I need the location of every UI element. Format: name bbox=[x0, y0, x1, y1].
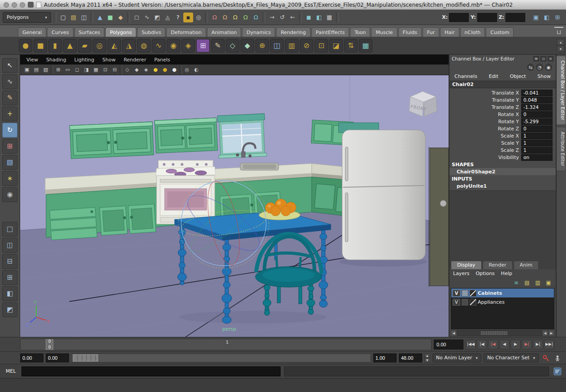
channel-attribute-value[interactable]: 1 bbox=[521, 133, 553, 139]
channel-settings-icon[interactable]: ◉ bbox=[545, 64, 552, 71]
channel-attribute-value[interactable]: on bbox=[521, 154, 553, 161]
shelf-tab[interactable]: nCloth bbox=[460, 27, 485, 37]
two-pane-stacked-layout-icon[interactable]: ⊟ bbox=[2, 254, 17, 269]
input-connections-icon[interactable]: → bbox=[267, 13, 277, 22]
select-mask-deformations-icon[interactable]: ◬ bbox=[163, 13, 173, 22]
smooth-shade-display-icon[interactable]: ◆ bbox=[132, 65, 141, 74]
shelf-tab[interactable]: PaintEffects bbox=[311, 27, 350, 37]
shelf-tab[interactable]: Deformation bbox=[166, 27, 206, 37]
channel-box-menu-item[interactable]: Channels bbox=[454, 73, 477, 79]
spinner-up-icon[interactable]: ▲ bbox=[424, 353, 430, 358]
subdiv-proxy-icon[interactable]: ◆ bbox=[241, 39, 254, 52]
channel-speed-icon[interactable]: ◔ bbox=[536, 64, 543, 71]
step-forward-key-button[interactable]: ▶| bbox=[522, 340, 532, 349]
panel-detach-icon[interactable]: ▫ bbox=[540, 56, 546, 61]
panel-close-icon[interactable]: × bbox=[548, 56, 553, 61]
snap-to-curves-icon[interactable]: Ω bbox=[220, 13, 230, 22]
viewport-canvas[interactable]: FRONT Y X Z persp bbox=[20, 75, 449, 337]
move-tool-icon[interactable]: + bbox=[2, 107, 17, 121]
resolution-gate-icon[interactable]: ◻ bbox=[73, 65, 82, 74]
safe-title-icon[interactable]: ⊟ bbox=[110, 65, 119, 74]
channel-attribute-value[interactable]: -5.299 bbox=[521, 118, 553, 125]
range-slider[interactable] bbox=[71, 353, 371, 362]
selected-object-name[interactable]: Chair02 bbox=[449, 81, 556, 88]
poly-prism-icon[interactable]: ◭ bbox=[108, 39, 121, 52]
scrollbar-track[interactable] bbox=[457, 330, 542, 336]
layer-row[interactable]: V Appliances bbox=[451, 297, 554, 306]
panel-side-tab[interactable]: Channel Box / Layer Editor bbox=[557, 56, 566, 125]
four-pane-layout-icon[interactable]: ⊞ bbox=[2, 270, 17, 285]
make-live-icon[interactable]: Ω bbox=[251, 13, 261, 22]
coordinate-input[interactable] bbox=[449, 13, 469, 22]
script-editor-icon[interactable] bbox=[553, 366, 562, 376]
safe-action-icon[interactable]: ⊡ bbox=[101, 65, 110, 74]
sculpt-geometry-icon[interactable]: ✎ bbox=[211, 39, 225, 52]
shelf-tab[interactable]: Surfaces bbox=[74, 27, 105, 37]
layer-row[interactable]: V Cabinets bbox=[451, 289, 554, 297]
play-backwards-button[interactable]: ◀ bbox=[499, 340, 510, 349]
animation-start-field[interactable] bbox=[20, 353, 43, 362]
select-tool-icon[interactable]: ↖ bbox=[2, 58, 17, 73]
character-set-dropdown[interactable]: No Character Set ▾ bbox=[484, 353, 539, 362]
shelf-tab[interactable]: Fluids bbox=[398, 27, 422, 37]
command-input[interactable] bbox=[22, 366, 281, 376]
layer-visibility-toggle[interactable]: V bbox=[453, 290, 460, 297]
coordinate-input[interactable] bbox=[477, 13, 497, 22]
xray-display-icon[interactable]: ◐ bbox=[192, 65, 201, 74]
platonic-solids-icon[interactable]: ◈ bbox=[181, 39, 195, 52]
play-forwards-button[interactable]: ▶ bbox=[510, 340, 521, 349]
scrollbar-thumb[interactable] bbox=[481, 331, 508, 335]
select-mask-surfaces-icon[interactable]: ◩ bbox=[152, 13, 162, 22]
gate-mask-icon[interactable]: ◨ bbox=[82, 65, 91, 74]
panel-menu-item[interactable]: Show bbox=[102, 57, 116, 63]
uv-texture-editor-icon[interactable]: ▦ bbox=[359, 39, 372, 52]
upper-cabinet-mid[interactable] bbox=[155, 118, 218, 153]
poly-cone-icon[interactable]: ▲ bbox=[63, 39, 77, 52]
animation-preferences-icon[interactable] bbox=[553, 353, 562, 363]
soft-modification-tool-icon[interactable]: ∗ bbox=[2, 171, 17, 186]
mirror-geometry-icon[interactable]: ◫ bbox=[270, 39, 284, 52]
panel-menu-item[interactable]: Panels bbox=[154, 57, 170, 63]
panel-menu-icon[interactable]: ≡ bbox=[533, 56, 539, 61]
spinner-down-icon[interactable]: ▼ bbox=[424, 358, 430, 362]
poly-pyramid-icon[interactable]: ◮ bbox=[122, 39, 136, 52]
refrigerator[interactable] bbox=[342, 130, 425, 260]
single-pane-layout-icon[interactable]: □ bbox=[2, 222, 17, 237]
four-pane-quick-layout-icon[interactable]: ⊞ bbox=[553, 13, 562, 22]
current-time-field[interactable] bbox=[434, 340, 463, 349]
window-close-button[interactable] bbox=[4, 2, 9, 8]
shelf-scroll-down-icon[interactable]: ▾ bbox=[557, 46, 564, 52]
panel-menu-item[interactable]: Lighting bbox=[74, 57, 94, 63]
scroll-left-end-icon[interactable]: ◀ bbox=[542, 330, 548, 336]
construction-history-icon[interactable]: ↺ bbox=[277, 13, 287, 22]
channel-attribute-value[interactable]: 1 bbox=[521, 147, 553, 154]
poly-cylinder-icon[interactable]: ▮ bbox=[48, 39, 62, 52]
show-manipulator-tool-icon[interactable]: ◉ bbox=[2, 187, 17, 202]
trash-icon[interactable]: ⊔ bbox=[554, 27, 563, 36]
layer-name[interactable]: Cabinets bbox=[478, 290, 502, 296]
command-result-field[interactable] bbox=[284, 366, 549, 376]
layer-display-swatch[interactable] bbox=[462, 290, 468, 297]
command-language-toggle[interactable]: MEL bbox=[4, 368, 18, 374]
new-empty-layer-icon[interactable]: ▥ bbox=[533, 279, 542, 287]
lasso-select-tool-icon[interactable]: ∿ bbox=[2, 74, 17, 89]
step-back-frame-button[interactable]: |◀ bbox=[477, 340, 487, 349]
shadows-icon[interactable]: ● bbox=[160, 65, 169, 74]
new-scene-icon[interactable]: ▢ bbox=[58, 13, 68, 22]
channel-box-menu-item[interactable]: Edit bbox=[489, 73, 498, 79]
document-proxy-icon[interactable] bbox=[36, 2, 41, 8]
layer-type-swatch[interactable] bbox=[470, 299, 476, 306]
window-minimize-button[interactable] bbox=[12, 2, 17, 8]
shelf-tab[interactable]: Custom bbox=[486, 27, 514, 37]
image-plane-icon[interactable]: ▧ bbox=[41, 65, 50, 74]
poly-sphere-icon[interactable]: ● bbox=[19, 39, 32, 52]
channel-attribute-value[interactable]: 0.048 bbox=[521, 97, 553, 103]
single-pane-quick-layout-icon[interactable]: ▣ bbox=[531, 13, 541, 22]
scale-tool-icon[interactable]: ⊞ bbox=[2, 139, 17, 154]
channel-attribute-value[interactable]: 1 bbox=[521, 140, 553, 146]
render-current-frame-icon[interactable]: ◼ bbox=[304, 13, 314, 22]
camera-attributes-icon[interactable]: ▣ bbox=[22, 65, 31, 74]
menu-set-dropdown[interactable]: Polygons ▾ bbox=[3, 12, 51, 23]
panel-menu-item[interactable]: View bbox=[26, 57, 38, 63]
channel-attribute-value[interactable]: -1.324 bbox=[521, 104, 553, 111]
